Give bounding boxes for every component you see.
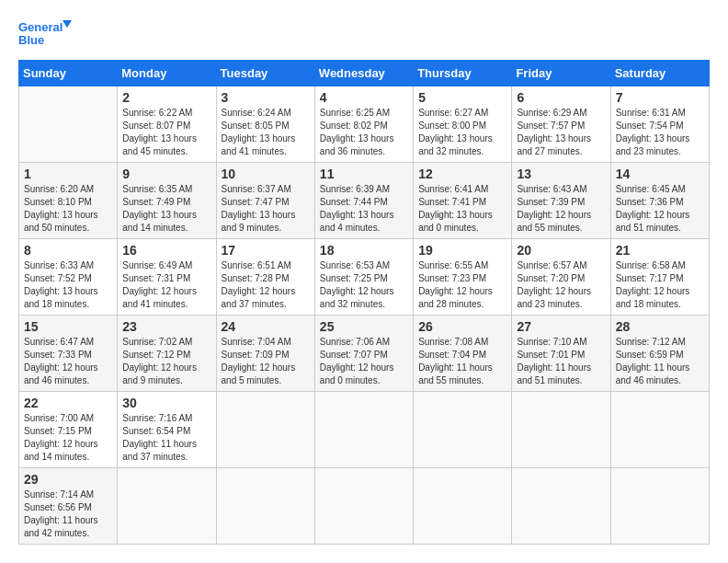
day-info: Sunrise: 7:00 AM Sunset: 7:15 PM Dayligh… — [24, 412, 112, 464]
day-info: Sunrise: 7:16 AM Sunset: 6:54 PM Dayligh… — [122, 412, 210, 464]
calendar-week-5: 29Sunrise: 7:14 AM Sunset: 6:56 PM Dayli… — [19, 468, 710, 545]
calendar-cell: 17Sunrise: 6:51 AM Sunset: 7:28 PM Dayli… — [216, 239, 314, 316]
day-info: Sunrise: 6:31 AM Sunset: 7:54 PM Dayligh… — [616, 107, 704, 158]
day-info: Sunrise: 6:29 AM Sunset: 7:57 PM Dayligh… — [517, 107, 605, 158]
day-header-wednesday: Wednesday — [314, 61, 413, 86]
calendar-cell: 16Sunrise: 6:49 AM Sunset: 7:31 PM Dayli… — [118, 239, 216, 316]
day-number: 16 — [122, 243, 210, 258]
day-number: 21 — [616, 243, 704, 258]
day-info: Sunrise: 7:06 AM Sunset: 7:07 PM Dayligh… — [320, 336, 408, 387]
day-number: 11 — [320, 167, 408, 181]
day-number: 4 — [320, 90, 408, 105]
calendar-cell: 10Sunrise: 6:37 AM Sunset: 7:47 PM Dayli… — [216, 163, 314, 239]
calendar-cell: 13Sunrise: 6:43 AM Sunset: 7:39 PM Dayli… — [512, 163, 610, 239]
day-number: 23 — [122, 319, 210, 334]
day-info: Sunrise: 6:22 AM Sunset: 8:07 PM Dayligh… — [122, 107, 210, 158]
day-number: 22 — [24, 396, 112, 410]
calendar-cell — [216, 468, 314, 545]
day-number: 18 — [320, 243, 408, 258]
day-info: Sunrise: 7:02 AM Sunset: 7:12 PM Dayligh… — [122, 336, 210, 387]
calendar-cell: 12Sunrise: 6:41 AM Sunset: 7:41 PM Dayli… — [414, 163, 512, 239]
day-number: 25 — [320, 319, 408, 334]
day-info: Sunrise: 6:57 AM Sunset: 7:20 PM Dayligh… — [517, 259, 605, 311]
day-number: 19 — [418, 243, 506, 258]
day-number: 15 — [24, 319, 112, 334]
calendar-cell: 27Sunrise: 7:10 AM Sunset: 7:01 PM Dayli… — [512, 316, 610, 392]
page-header: GeneralBlue — [18, 18, 710, 51]
day-info: Sunrise: 6:53 AM Sunset: 7:25 PM Dayligh… — [320, 259, 408, 311]
day-info: Sunrise: 6:39 AM Sunset: 7:44 PM Dayligh… — [320, 183, 408, 235]
day-info: Sunrise: 7:10 AM Sunset: 7:01 PM Dayligh… — [517, 336, 605, 387]
calendar-week-3: 15Sunrise: 6:47 AM Sunset: 7:33 PM Dayli… — [19, 316, 710, 392]
svg-text:General: General — [18, 20, 63, 34]
calendar-cell — [512, 392, 610, 468]
calendar-cell: 4Sunrise: 6:25 AM Sunset: 8:02 PM Daylig… — [314, 86, 413, 163]
day-info: Sunrise: 6:55 AM Sunset: 7:23 PM Dayligh… — [418, 259, 506, 311]
day-number: 3 — [222, 90, 310, 105]
day-number: 17 — [222, 243, 310, 258]
day-info: Sunrise: 6:24 AM Sunset: 8:05 PM Dayligh… — [222, 107, 310, 158]
day-number: 5 — [418, 90, 506, 105]
calendar-cell — [414, 468, 512, 545]
calendar-cell — [19, 86, 118, 163]
day-info: Sunrise: 6:51 AM Sunset: 7:28 PM Dayligh… — [222, 259, 310, 311]
day-number: 27 — [517, 319, 605, 334]
calendar-week-2: 8Sunrise: 6:33 AM Sunset: 7:52 PM Daylig… — [19, 239, 710, 316]
day-number: 8 — [24, 243, 112, 258]
calendar-cell — [314, 392, 413, 468]
calendar-cell: 5Sunrise: 6:27 AM Sunset: 8:00 PM Daylig… — [414, 86, 512, 163]
calendar-cell: 2Sunrise: 6:22 AM Sunset: 8:07 PM Daylig… — [118, 86, 216, 163]
svg-text:Blue: Blue — [18, 33, 44, 47]
calendar-cell: 24Sunrise: 7:04 AM Sunset: 7:09 PM Dayli… — [216, 316, 314, 392]
day-number: 12 — [418, 167, 506, 181]
day-number: 30 — [122, 396, 210, 410]
day-number: 29 — [24, 472, 112, 487]
day-header-friday: Friday — [512, 61, 610, 86]
day-number: 14 — [616, 167, 704, 181]
calendar-week-1: 1Sunrise: 6:20 AM Sunset: 8:10 PM Daylig… — [19, 163, 710, 239]
day-info: Sunrise: 6:43 AM Sunset: 7:39 PM Dayligh… — [517, 183, 605, 235]
calendar-cell: 15Sunrise: 6:47 AM Sunset: 7:33 PM Dayli… — [19, 316, 118, 392]
calendar-cell: 22Sunrise: 7:00 AM Sunset: 7:15 PM Dayli… — [19, 392, 118, 468]
calendar-cell: 9Sunrise: 6:35 AM Sunset: 7:49 PM Daylig… — [118, 163, 216, 239]
day-info: Sunrise: 6:49 AM Sunset: 7:31 PM Dayligh… — [122, 259, 210, 311]
day-number: 2 — [122, 90, 210, 105]
days-header-row: SundayMondayTuesdayWednesdayThursdayFrid… — [19, 61, 710, 86]
calendar-cell: 28Sunrise: 7:12 AM Sunset: 6:59 PM Dayli… — [610, 316, 709, 392]
day-header-sunday: Sunday — [19, 61, 118, 86]
day-info: Sunrise: 6:27 AM Sunset: 8:00 PM Dayligh… — [418, 107, 506, 158]
day-info: Sunrise: 7:04 AM Sunset: 7:09 PM Dayligh… — [222, 336, 310, 387]
day-number: 7 — [616, 90, 704, 105]
calendar-cell: 3Sunrise: 6:24 AM Sunset: 8:05 PM Daylig… — [216, 86, 314, 163]
day-info: Sunrise: 6:47 AM Sunset: 7:33 PM Dayligh… — [24, 336, 112, 387]
calendar-cell: 29Sunrise: 7:14 AM Sunset: 6:56 PM Dayli… — [19, 468, 118, 545]
calendar-table: SundayMondayTuesdayWednesdayThursdayFrid… — [18, 60, 710, 545]
svg-marker-2 — [63, 20, 72, 28]
day-info: Sunrise: 6:58 AM Sunset: 7:17 PM Dayligh… — [616, 259, 704, 311]
calendar-cell — [118, 468, 216, 545]
calendar-cell — [216, 392, 314, 468]
calendar-cell: 30Sunrise: 7:16 AM Sunset: 6:54 PM Dayli… — [118, 392, 216, 468]
calendar-cell: 18Sunrise: 6:53 AM Sunset: 7:25 PM Dayli… — [314, 239, 413, 316]
calendar-cell: 20Sunrise: 6:57 AM Sunset: 7:20 PM Dayli… — [512, 239, 610, 316]
day-info: Sunrise: 6:35 AM Sunset: 7:49 PM Dayligh… — [122, 183, 210, 235]
calendar-week-0: 2Sunrise: 6:22 AM Sunset: 8:07 PM Daylig… — [19, 86, 710, 163]
calendar-cell: 8Sunrise: 6:33 AM Sunset: 7:52 PM Daylig… — [19, 239, 118, 316]
day-number: 9 — [122, 167, 210, 181]
day-info: Sunrise: 7:14 AM Sunset: 6:56 PM Dayligh… — [24, 488, 112, 540]
day-info: Sunrise: 7:08 AM Sunset: 7:04 PM Dayligh… — [418, 336, 506, 387]
calendar-cell: 26Sunrise: 7:08 AM Sunset: 7:04 PM Dayli… — [414, 316, 512, 392]
calendar-cell — [512, 468, 610, 545]
day-header-tuesday: Tuesday — [216, 61, 314, 86]
day-info: Sunrise: 6:41 AM Sunset: 7:41 PM Dayligh… — [418, 183, 506, 235]
calendar-cell: 1Sunrise: 6:20 AM Sunset: 8:10 PM Daylig… — [19, 163, 118, 239]
calendar-cell: 25Sunrise: 7:06 AM Sunset: 7:07 PM Dayli… — [314, 316, 413, 392]
calendar-week-4: 22Sunrise: 7:00 AM Sunset: 7:15 PM Dayli… — [19, 392, 710, 468]
day-info: Sunrise: 6:45 AM Sunset: 7:36 PM Dayligh… — [616, 183, 704, 235]
logo: GeneralBlue — [18, 18, 74, 51]
calendar-cell: 21Sunrise: 6:58 AM Sunset: 7:17 PM Dayli… — [610, 239, 709, 316]
calendar-cell — [610, 468, 709, 545]
day-header-saturday: Saturday — [610, 61, 709, 86]
calendar-cell: 19Sunrise: 6:55 AM Sunset: 7:23 PM Dayli… — [414, 239, 512, 316]
calendar-cell — [314, 468, 413, 545]
